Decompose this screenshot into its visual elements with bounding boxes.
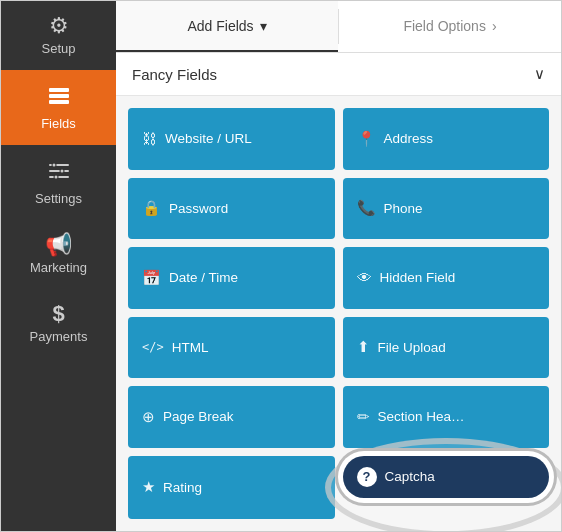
field-btn-html[interactable]: </> HTML [128, 317, 335, 379]
date-time-icon: 📅 [142, 269, 161, 287]
field-btn-file-upload[interactable]: ⬆ File Upload [343, 317, 550, 379]
field-options-label: Field Options [403, 18, 485, 34]
field-btn-page-break[interactable]: ⊕ Page Break [128, 386, 335, 448]
tab-field-options[interactable]: Field Options › [339, 1, 561, 52]
website-url-label: Website / URL [165, 131, 252, 146]
phone-icon: 📞 [357, 199, 376, 217]
payments-icon: $ [52, 303, 64, 325]
date-time-label: Date / Time [169, 270, 238, 285]
svg-rect-1 [49, 94, 69, 98]
captcha-wrapper: ? Captcha [343, 456, 550, 520]
password-icon: 🔒 [142, 199, 161, 217]
sidebar-label-marketing: Marketing [30, 260, 87, 275]
hidden-field-label: Hidden Field [380, 270, 456, 285]
page-break-label: Page Break [163, 409, 234, 424]
fields-icon [47, 84, 71, 112]
address-label: Address [384, 131, 434, 146]
address-icon: 📍 [357, 130, 376, 148]
sidebar-label-payments: Payments [30, 329, 88, 344]
tab-add-fields[interactable]: Add Fields ▾ [116, 1, 338, 52]
field-btn-date-time[interactable]: 📅 Date / Time [128, 247, 335, 309]
svg-point-11 [54, 176, 57, 179]
sidebar: ⚙ Setup Fields Setti [1, 1, 116, 531]
captcha-icon: ? [357, 467, 377, 487]
sidebar-item-payments[interactable]: $ Payments [1, 289, 116, 358]
sidebar-label-setup: Setup [42, 41, 76, 56]
fancy-fields-chevron: ∨ [534, 65, 545, 83]
html-icon: </> [142, 340, 164, 354]
field-btn-hidden-field[interactable]: 👁 Hidden Field [343, 247, 550, 309]
add-fields-chevron: ▾ [260, 18, 267, 34]
tabs-bar: Add Fields ▾ Field Options › [116, 1, 561, 53]
field-btn-captcha[interactable]: ? Captcha [343, 456, 550, 498]
section-header-label: Section Hea… [378, 409, 465, 424]
field-btn-section-header[interactable]: ✏ Section Hea… [343, 386, 550, 448]
svg-rect-2 [49, 100, 69, 104]
sidebar-label-fields: Fields [41, 116, 76, 131]
captcha-label: Captcha [385, 469, 435, 484]
file-upload-icon: ⬆ [357, 338, 370, 356]
marketing-icon: 📢 [45, 234, 72, 256]
main-content: Add Fields ▾ Field Options › Fancy Field… [116, 1, 561, 531]
rating-label: Rating [163, 480, 202, 495]
field-btn-website-url[interactable]: ⛓ Website / URL [128, 108, 335, 170]
svg-point-9 [60, 170, 63, 173]
section-header-icon: ✏ [357, 408, 370, 426]
sidebar-item-marketing[interactable]: 📢 Marketing [1, 220, 116, 289]
file-upload-label: File Upload [378, 340, 446, 355]
field-btn-phone[interactable]: 📞 Phone [343, 178, 550, 240]
fancy-fields-dropdown[interactable]: Fancy Fields ∨ [116, 53, 561, 96]
sidebar-label-settings: Settings [35, 191, 82, 206]
setup-icon: ⚙ [49, 15, 69, 37]
field-options-chevron: › [492, 18, 497, 34]
svg-rect-0 [49, 88, 69, 92]
rating-icon: ★ [142, 478, 155, 496]
fancy-fields-title: Fancy Fields [132, 66, 217, 83]
hidden-field-icon: 👁 [357, 269, 372, 286]
password-label: Password [169, 201, 228, 216]
sidebar-item-setup[interactable]: ⚙ Setup [1, 1, 116, 70]
field-btn-rating[interactable]: ★ Rating [128, 456, 335, 520]
sidebar-item-settings[interactable]: Settings [1, 145, 116, 220]
settings-icon [47, 159, 71, 187]
fields-grid: ⛓ Website / URL 📍 Address 🔒 Password 📞 P… [116, 96, 561, 531]
sidebar-item-fields[interactable]: Fields [1, 70, 116, 145]
html-label: HTML [172, 340, 209, 355]
svg-point-7 [52, 164, 55, 167]
phone-label: Phone [384, 201, 423, 216]
svg-rect-5 [49, 176, 69, 178]
field-btn-password[interactable]: 🔒 Password [128, 178, 335, 240]
svg-rect-4 [49, 170, 69, 172]
page-break-icon: ⊕ [142, 408, 155, 426]
website-url-icon: ⛓ [142, 130, 157, 147]
field-btn-address[interactable]: 📍 Address [343, 108, 550, 170]
add-fields-label: Add Fields [187, 18, 253, 34]
